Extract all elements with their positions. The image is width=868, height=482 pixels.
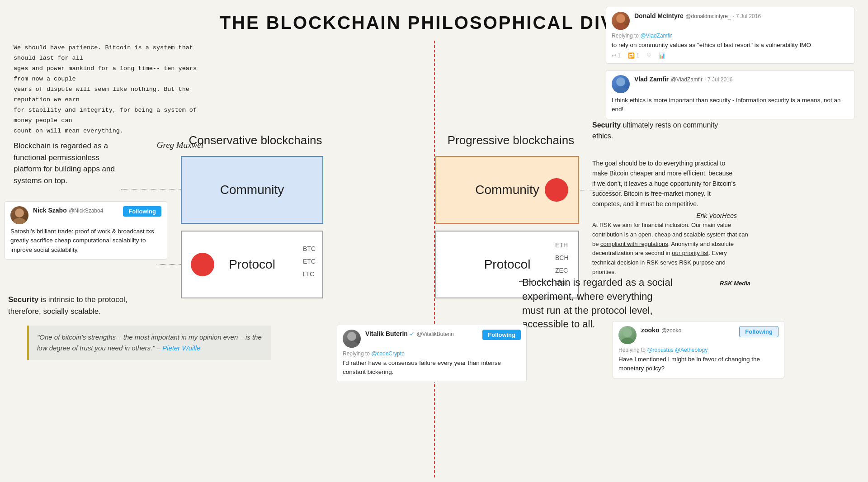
donald-chart: 📊	[659, 52, 665, 59]
svg-point-9	[621, 338, 634, 344]
nick-szabo-tweet-card: Nick Szabo @NickSzabo4 Following Satoshi…	[5, 201, 167, 260]
donald-like: ♡	[646, 52, 651, 59]
security-left-text: Security is intrinsic to the protocol, t…	[8, 294, 162, 317]
bottom-left-quote-block: "One of bitcoin's strengths – the most i…	[27, 326, 271, 360]
vlad-tweet-text: I think ethics is more important than se…	[612, 96, 849, 114]
donald-reply-link[interactable]: @VladZamfir	[640, 33, 672, 39]
svg-point-7	[345, 341, 359, 348]
vitalik-following-button[interactable]: Following	[482, 330, 521, 340]
nick-user-info: Nick Szabo @NickSzabo4	[33, 206, 118, 214]
zooko-tweet-card: zooko @zooko Following Replying to @robu…	[613, 321, 784, 378]
rsk-underline-1: compliant with regulations	[600, 241, 668, 247]
vitalik-tweet-text: I'd rather have a consensus failure ever…	[343, 359, 521, 377]
vitalik-reply-link[interactable]: @codeCrypto	[371, 350, 405, 357]
page: THE BLOCKCHAIN PHILOSOPHICAL DIVIDE We s…	[0, 0, 868, 482]
svg-point-2	[616, 14, 625, 23]
svg-point-5	[614, 87, 627, 93]
page-title: THE BLOCKCHAIN PHILOSOPHICAL DIVIDE	[220, 13, 649, 33]
community-box-conservative: Community	[181, 156, 323, 224]
community-box-progressive: Community	[435, 156, 579, 224]
donald-date: · 7 Jul 2016	[733, 13, 761, 19]
conservative-label: Conservative blockchains	[188, 133, 323, 147]
svg-point-0	[15, 208, 24, 217]
erik-quote-author: Erik VoorHees	[592, 211, 737, 221]
zooko-card-header: zooko @zooko Following	[618, 326, 778, 344]
zooko-avatar	[618, 326, 637, 344]
donald-actions: ↩ 1 🔁 1 ♡ 📊	[612, 52, 849, 59]
donald-user-info: Donald McIntyre @donaldmcintyre_ · 7 Jul…	[634, 12, 849, 20]
protocol-label-progressive: Protocol	[484, 257, 531, 272]
erik-quote-block: The goal should be to do everything prac…	[592, 158, 737, 221]
coins-conservative: BTC ETC LTC	[303, 242, 316, 280]
vlad-card-header: Vlad Zamfir @VladZamfir · 7 Jul 2016	[612, 75, 849, 93]
vitalik-avatar	[343, 330, 361, 348]
vitalik-card-header: Vitalik Buterin ✓ @VitalikButerin Follow…	[343, 330, 521, 348]
progressive-label: Progressive blockchains	[443, 133, 579, 147]
vlad-name: Vlad Zamfir	[634, 76, 669, 83]
zooko-name: zooko	[641, 326, 659, 334]
nick-name: Nick Szabo	[33, 207, 67, 214]
svg-point-4	[616, 77, 625, 86]
donald-avatar	[612, 12, 630, 30]
nick-card-header: Nick Szabo @NickSzabo4 Following	[10, 206, 161, 224]
bottom-quote-text: "One of bitcoin's strengths – the most i…	[37, 333, 262, 352]
protocol-label-conservative: Protocol	[229, 257, 275, 272]
security-bold-left: Security	[8, 295, 38, 304]
donald-tweet-card: Donald McIntyre @donaldmcintyre_ · 7 Jul…	[606, 7, 854, 64]
svg-point-6	[347, 332, 356, 341]
donald-retweet-count: 🔁 1	[628, 52, 639, 59]
center-divider	[434, 41, 435, 477]
donald-reply-to: Replying to @VladZamfir	[612, 33, 849, 39]
vitalik-tweet-card: Vitalik Buterin ✓ @VitalikButerin Follow…	[337, 325, 527, 382]
zooko-reply-to: Replying to @robustus @Aetheology	[618, 347, 778, 353]
vitalik-name: Vitalik Buterin	[365, 330, 408, 337]
zooko-user-info: zooko @zooko	[641, 326, 735, 334]
svg-point-3	[614, 24, 627, 30]
vitalik-user-info: Vitalik Buterin ✓ @VitalikButerin	[365, 330, 478, 338]
vlad-user-info: Vlad Zamfir @VladZamfir · 7 Jul 2016	[634, 75, 849, 83]
community-label-progressive: Community	[475, 183, 539, 197]
vitalik-reply-to: Replying to @codeCrypto	[343, 350, 521, 357]
zooko-tweet-text: Have I mentioned I might be in favor of …	[618, 355, 778, 373]
community-red-dot-progressive	[545, 178, 568, 202]
nick-tweet-text: Satoshi's brilliant trade: proof of work…	[10, 227, 161, 255]
protocol-red-dot-conservative	[191, 253, 214, 276]
security-bold-right: Security	[592, 121, 621, 129]
donald-tweet-text: to rely on community values as "ethics o…	[612, 41, 849, 50]
zooko-reply-link[interactable]: @robustus @Aetheology	[647, 347, 708, 353]
rsk-quote-text: At RSK we aim for financial inclusion. O…	[592, 222, 748, 275]
erik-quote-text: The goal should be to do everything prac…	[592, 160, 736, 208]
left-blockchain-description: Blockchain is regarded as a functional p…	[14, 140, 120, 186]
zooko-following-button[interactable]: Following	[739, 326, 778, 337]
vitalik-handle: @VitalikButerin	[417, 331, 454, 337]
svg-point-8	[623, 328, 632, 337]
vitalik-verified-icon: ✓	[410, 331, 415, 337]
rsk-underline-2: our priority list	[672, 250, 708, 256]
nick-avatar	[10, 206, 28, 224]
vlad-avatar	[612, 75, 630, 93]
donald-name: Donald McIntyre	[634, 12, 684, 19]
donald-reply-count: ↩ 1	[612, 52, 621, 59]
dotted-line-left-community	[121, 189, 181, 189]
vlad-tweet-card: Vlad Zamfir @VladZamfir · 7 Jul 2016 I t…	[606, 70, 854, 119]
top-left-quote-block: We should have patience. Bitcoin is a sy…	[14, 43, 203, 153]
donald-handle: @donaldmcintyre_	[685, 13, 731, 19]
svg-point-1	[13, 218, 26, 224]
donald-card-header: Donald McIntyre @donaldmcintyre_ · 7 Jul…	[612, 12, 849, 30]
zooko-handle: @zooko	[661, 327, 681, 334]
top-left-quote-text: We should have patience. Bitcoin is a sy…	[14, 43, 203, 136]
nick-handle: @NickSzabo4	[69, 208, 103, 214]
bottom-quote-author: – Pieter Wuille	[157, 344, 201, 352]
protocol-box-conservative: Protocol	[181, 231, 323, 298]
nick-following-button[interactable]: Following	[123, 206, 161, 217]
vlad-date: · 7 Jul 2016	[704, 76, 732, 83]
vlad-handle: @VladZamfir	[671, 76, 703, 83]
community-label-conservative: Community	[220, 183, 284, 197]
dotted-line-left-protocol	[156, 264, 181, 265]
security-right-text: Security ultimately rests on community e…	[592, 120, 728, 142]
